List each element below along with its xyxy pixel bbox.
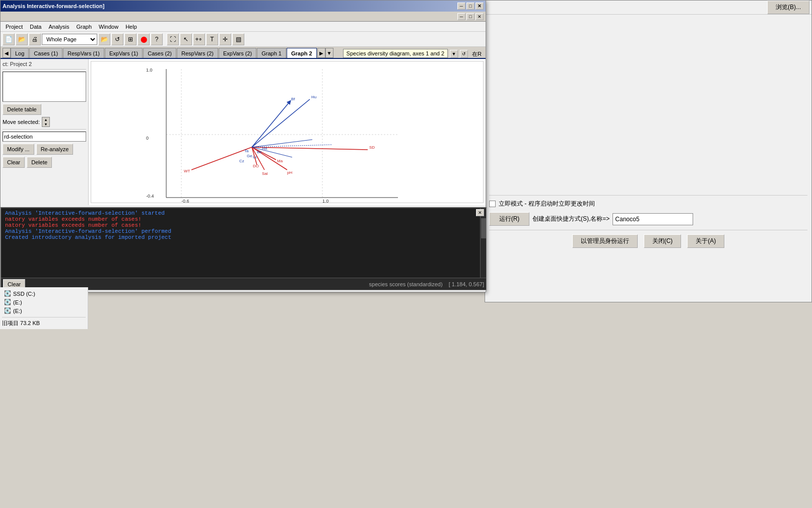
tab-cases2[interactable]: Cases (2): [143, 48, 176, 58]
reanalyze-button[interactable]: Re-analyze: [36, 144, 74, 155]
sidebar-action-row: Modify ... Re-analyze: [3, 144, 86, 155]
spinner-up[interactable]: ▲: [42, 117, 49, 122]
svg-text:Ta: Ta: [244, 149, 249, 153]
sidebar-delete-button[interactable]: Delete: [27, 157, 52, 168]
right-panel-toolbar: 浏览(B)...: [485, 1, 811, 15]
window-title: Analysis Interactive-forward-selection]: [3, 3, 104, 9]
log-content: Analysis 'Interactive-forward-selection'…: [1, 208, 486, 278]
print-button[interactable]: 🖨: [29, 33, 41, 45]
create-shortcut-label: 创建桌面快捷方式(S),名称=>: [532, 215, 610, 223]
toolbar-btn-stop[interactable]: ⬤: [138, 33, 150, 45]
tab-dropdown-btn[interactable]: ▼: [450, 50, 458, 58]
sidebar: ct: Project 2 Delete table Move selected…: [1, 59, 89, 205]
graph-tooltip: Species diversity diagram, axes 1 and 2: [343, 49, 448, 58]
menu-window[interactable]: Window: [96, 23, 121, 31]
file-item-e2[interactable]: 💽 (E:): [2, 306, 86, 315]
svg-text:Ma: Ma: [277, 159, 283, 163]
svg-text:Hu: Hu: [311, 95, 316, 99]
tab-cases1[interactable]: Cases (1): [29, 48, 62, 58]
toolbar-btn-select[interactable]: ▧: [232, 33, 244, 45]
tab-nav-menu[interactable]: ▼: [325, 48, 333, 58]
log-line-5: Created introductory analysis for import…: [5, 234, 478, 240]
rd-selection-box: rd-selection: [3, 132, 86, 142]
move-selected-row: Move selected: ▲ ▼: [3, 117, 86, 127]
file-item-e1[interactable]: 💽 (E:): [2, 298, 86, 306]
svg-text:0: 0: [146, 136, 149, 141]
toolbar-btn-pointer[interactable]: ↖: [180, 33, 192, 45]
svg-text:Be: Be: [257, 150, 262, 154]
log-scrollbar[interactable]: [480, 208, 486, 278]
graph-area[interactable]: 1.0 0 -0.4 -0.6 1.0: [89, 59, 486, 205]
toolbar-btn-move[interactable]: ⛶: [167, 33, 179, 45]
close-dialog-button[interactable]: 关闭(C): [644, 234, 682, 248]
svg-text:-0.4: -0.4: [146, 194, 154, 199]
log-coords: [ 1.184, 0.567]: [449, 281, 484, 287]
title-bar-buttons: ─ □ ✕: [457, 3, 484, 10]
menu-data[interactable]: Data: [27, 23, 44, 31]
instant-mode-checkbox[interactable]: [489, 201, 496, 207]
log-close-button[interactable]: ✕: [476, 209, 484, 216]
toolbar-btn-plus[interactable]: ✛: [219, 33, 231, 45]
content-area: ct: Project 2 Delete table Move selected…: [1, 59, 486, 205]
menu-graph[interactable]: Graph: [73, 23, 95, 31]
move-selected-spinner[interactable]: ▲ ▼: [42, 117, 50, 127]
close-button[interactable]: ✕: [476, 3, 484, 10]
tab-expvars1[interactable]: ExpVars (1): [105, 48, 143, 58]
menu-project[interactable]: Project: [3, 23, 26, 31]
toolbar-btn-refresh[interactable]: ↺: [111, 33, 123, 45]
run-button[interactable]: 运行(R): [489, 212, 529, 226]
tab-expvars2[interactable]: ExpVars (2): [219, 48, 256, 58]
svg-text:SD: SD: [369, 145, 375, 150]
menu-help[interactable]: Help: [122, 23, 140, 31]
tab-respvars2[interactable]: RespVars (2): [177, 48, 218, 58]
log-status: species scores (standardized): [369, 281, 443, 287]
delete-table-button[interactable]: Delete table: [3, 104, 41, 115]
browse-button[interactable]: 浏览(B)...: [767, 1, 809, 14]
inner-restore-btn[interactable]: □: [466, 13, 475, 20]
project-label: ct: Project 2: [3, 61, 86, 67]
new-button[interactable]: 📄: [3, 33, 15, 45]
admin-run-button[interactable]: 以管理员身份运行: [572, 234, 638, 248]
sidebar-content-area: [3, 72, 86, 102]
svg-text:WT: WT: [184, 169, 190, 173]
log-scroll-thumb[interactable]: [481, 218, 486, 238]
sidebar-clear-button[interactable]: Clear: [3, 157, 25, 168]
tab-bar: ◀ Log Cases (1) RespVars (1) ExpVars (1)…: [1, 47, 486, 59]
inner-minimize-btn[interactable]: ─: [457, 13, 465, 20]
graph-container: 1.0 0 -0.4 -0.6 1.0: [91, 61, 484, 203]
svg-text:Lc: Lc: [253, 155, 257, 159]
menu-analysis[interactable]: Analysis: [46, 23, 73, 31]
main-window: Analysis Interactive-forward-selection] …: [0, 0, 486, 292]
toolbar-btn-text[interactable]: T: [206, 33, 218, 45]
open-button[interactable]: 📂: [16, 33, 28, 45]
zoom-select[interactable]: Whole Page: [42, 34, 97, 45]
about-button[interactable]: 关于(A): [687, 234, 724, 248]
svg-text:Sal: Sal: [262, 171, 268, 176]
tab-graph1[interactable]: Graph 1: [257, 48, 286, 58]
tab-graph2[interactable]: Graph 2: [287, 48, 317, 58]
log-line-3: natory variables exceeds number of cases…: [5, 222, 478, 228]
title-bar: Analysis Interactive-forward-selection] …: [1, 1, 486, 12]
tab-log[interactable]: Log: [11, 48, 29, 58]
tab-nav-prev[interactable]: ◀: [3, 48, 11, 58]
tab-nav-next[interactable]: ▶: [317, 48, 325, 58]
inner-close-btn[interactable]: ✕: [476, 13, 484, 20]
file-item-ssd[interactable]: 💽 SSD (C:): [2, 289, 86, 298]
toolbar-btn-addpoint[interactable]: +∘: [193, 33, 205, 45]
log-line-4: Analysis 'Interactive-forward-selection'…: [5, 228, 478, 234]
toolbar-btn-grid[interactable]: ⊞: [124, 33, 137, 45]
toolbar-btn-open2[interactable]: 📂: [98, 33, 110, 45]
modify-button[interactable]: Modify ...: [3, 144, 34, 155]
svg-text:DO: DO: [253, 164, 259, 168]
maximize-button[interactable]: □: [466, 3, 475, 10]
log-line-2: natory variables exceeds number of cases…: [5, 216, 478, 222]
file-info: 旧项目 73.2 KB: [2, 317, 86, 327]
svg-text:Cz: Cz: [239, 159, 244, 163]
tab-refresh-btn[interactable]: ↺: [460, 50, 468, 58]
svg-text:1.0: 1.0: [322, 199, 329, 203]
spinner-down[interactable]: ▼: [42, 122, 49, 126]
minimize-button[interactable]: ─: [457, 3, 465, 10]
tab-respvars1[interactable]: RespVars (1): [63, 48, 104, 58]
toolbar-btn-help[interactable]: ?: [151, 33, 163, 45]
app-name-input[interactable]: Canoco5: [613, 213, 693, 225]
